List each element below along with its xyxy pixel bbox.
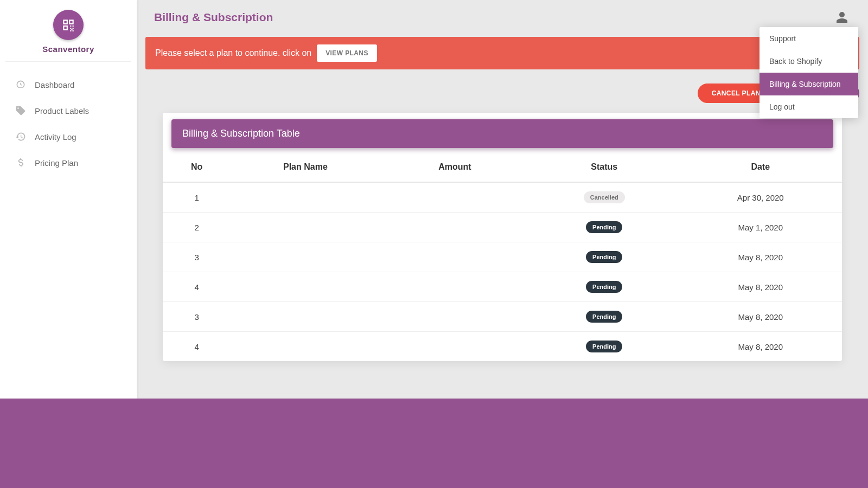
- sidebar-item-label: Activity Log: [35, 132, 76, 142]
- alert-text: Please select a plan to continue. click …: [155, 48, 311, 58]
- cell-no: 4: [163, 332, 231, 362]
- cell-status: Pending: [529, 302, 679, 332]
- brand-name: Scanventory: [42, 44, 94, 54]
- cell-plan: [231, 213, 380, 242]
- table-row: 1CancelledApr 30, 2020: [163, 182, 842, 213]
- sidebar-item-label: Dashboard: [35, 80, 74, 89]
- status-badge: Cancelled: [584, 191, 625, 203]
- dashboard-icon: [15, 79, 26, 90]
- select-plan-alert: Please select a plan to continue. click …: [145, 37, 859, 69]
- cell-amount: [380, 302, 529, 332]
- cell-status: Pending: [529, 242, 679, 272]
- th-amount: Amount: [380, 148, 529, 182]
- billing-table: No Plan Name Amount Status Date 1Cancell…: [163, 148, 842, 361]
- card-title: Billing & Subscription Table: [171, 119, 833, 148]
- user-menu-icon[interactable]: [835, 11, 848, 24]
- tags-icon: [15, 105, 26, 116]
- cell-date: May 1, 2020: [679, 213, 843, 242]
- status-badge: Pending: [586, 251, 622, 263]
- cell-amount: [380, 332, 529, 362]
- cell-status: Pending: [529, 272, 679, 302]
- cell-date: May 8, 2020: [679, 302, 843, 332]
- sidebar-item-product-labels[interactable]: Product Labels: [0, 98, 137, 124]
- table-row: 3PendingMay 8, 2020: [163, 302, 842, 332]
- sidebar-item-label: Pricing Plan: [35, 158, 78, 168]
- th-date: Date: [679, 148, 843, 182]
- table-row: 2PendingMay 1, 2020: [163, 213, 842, 242]
- status-badge: Pending: [586, 341, 622, 352]
- cell-amount: [380, 182, 529, 213]
- cell-date: May 8, 2020: [679, 242, 843, 272]
- actions-row: CANCEL PLAN ? VIEW PLANS: [145, 81, 859, 113]
- th-no: No: [163, 148, 231, 182]
- sidebar-item-label: Product Labels: [35, 106, 89, 115]
- cell-date: May 8, 2020: [679, 332, 843, 362]
- sidebar-item-dashboard[interactable]: Dashboard: [0, 72, 137, 98]
- cell-amount: [380, 213, 529, 242]
- cell-no: 4: [163, 272, 231, 302]
- dropdown-item[interactable]: Billing & Subscription: [760, 73, 858, 95]
- brand: Scanventory: [5, 0, 131, 62]
- dropdown-item[interactable]: Back to Shopify: [760, 50, 858, 73]
- billing-card: Billing & Subscription Table No Plan Nam…: [163, 113, 842, 361]
- cell-no: 2: [163, 213, 231, 242]
- sidebar-item-activity-log[interactable]: Activity Log: [0, 124, 137, 150]
- cell-plan: [231, 182, 380, 213]
- cell-plan: [231, 272, 380, 302]
- cell-plan: [231, 302, 380, 332]
- sidebar-item-pricing-plan[interactable]: Pricing Plan: [0, 150, 137, 176]
- cell-date: Apr 30, 2020: [679, 182, 843, 213]
- page-title: Billing & Subscription: [154, 11, 273, 24]
- cell-no: 1: [163, 182, 231, 213]
- topbar: Billing & Subscription: [137, 0, 868, 27]
- cell-status: Pending: [529, 332, 679, 362]
- cell-amount: [380, 272, 529, 302]
- cell-amount: [380, 242, 529, 272]
- status-badge: Pending: [586, 281, 622, 293]
- cell-status: Pending: [529, 213, 679, 242]
- table-row: 4PendingMay 8, 2020: [163, 272, 842, 302]
- th-plan: Plan Name: [231, 148, 380, 182]
- dropdown-item[interactable]: Support: [760, 27, 858, 50]
- dollar-icon: [15, 157, 26, 168]
- footer-band: [0, 399, 868, 488]
- dropdown-item[interactable]: Log out: [760, 95, 858, 118]
- cell-date: May 8, 2020: [679, 272, 843, 302]
- history-icon: [15, 131, 26, 142]
- cell-plan: [231, 332, 380, 362]
- user-dropdown: SupportBack to ShopifyBilling & Subscrip…: [760, 27, 858, 118]
- sidebar-nav: Dashboard Product Labels Activity Log Pr…: [0, 62, 137, 185]
- alert-view-plans-button[interactable]: VIEW PLANS: [317, 44, 377, 62]
- status-badge: Pending: [586, 221, 622, 233]
- status-badge: Pending: [586, 311, 622, 323]
- cell-plan: [231, 242, 380, 272]
- cell-no: 3: [163, 242, 231, 272]
- cell-no: 3: [163, 302, 231, 332]
- th-status: Status: [529, 148, 679, 182]
- table-row: 4PendingMay 8, 2020: [163, 332, 842, 362]
- brand-logo-icon: [53, 10, 84, 40]
- cell-status: Cancelled: [529, 182, 679, 213]
- table-row: 3PendingMay 8, 2020: [163, 242, 842, 272]
